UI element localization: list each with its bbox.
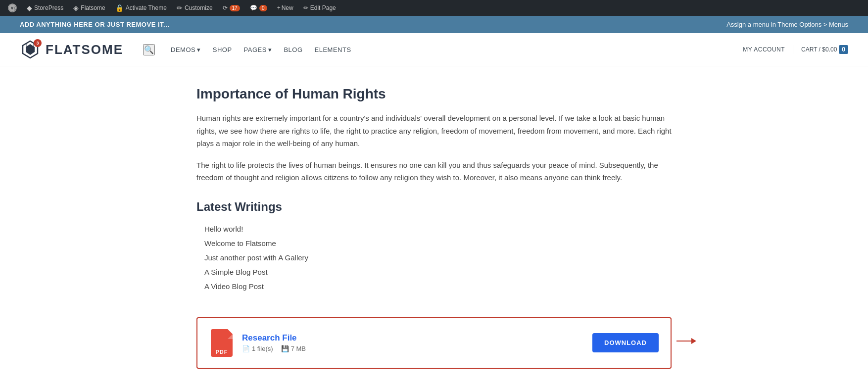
flatsome-icon: ◈ [73, 4, 79, 12]
size-icon: 💾 [281, 345, 289, 352]
lock-icon: 🔒 [115, 4, 124, 12]
edit-page-link[interactable]: ✏ Edit Page [299, 0, 340, 16]
logo-badge: 3 [34, 39, 42, 47]
nav-demos[interactable]: DEMOS ▾ [171, 46, 201, 53]
logo-text: FLATSOME [46, 42, 123, 57]
pdf-icon: PDF [209, 328, 234, 358]
file-count: 📄 1 file(s) [242, 345, 273, 352]
comments-link[interactable]: 💬 0 [246, 0, 271, 16]
notice-text-left: ADD ANYTHING HERE OR JUST REMOVE IT... [20, 21, 169, 28]
nav-elements[interactable]: ELEMENTS [315, 46, 351, 53]
file-details: Research File 📄 1 file(s) 💾 7 MB [242, 333, 306, 352]
activate-theme-link[interactable]: 🔒 Activate Theme [111, 0, 171, 16]
cart-button[interactable]: CART / $0.00 0 [793, 45, 848, 54]
main-content: Importance of Human Rights Human rights … [187, 66, 681, 391]
pdf-label-text: PDF [216, 349, 228, 355]
arrow-line [676, 341, 691, 342]
chevron-down-icon: ▾ [268, 46, 272, 53]
notice-bar: ADD ANYTHING HERE OR JUST REMOVE IT... A… [0, 16, 868, 33]
page-title: Importance of Human Rights [196, 86, 672, 102]
customize-link[interactable]: ✏ Customize [173, 0, 217, 16]
pdf-icon-bg: PDF [211, 329, 233, 357]
list-item[interactable]: Hello world! [196, 222, 672, 236]
updates-link[interactable]: ⟳ 17 [219, 0, 244, 16]
my-account-link[interactable]: MY ACCOUNT [743, 46, 785, 53]
download-file-info: PDF Research File 📄 1 file(s) 💾 7 MB [209, 328, 306, 358]
file-name: Research File [242, 333, 306, 343]
download-button[interactable]: DOWNLOAD [592, 333, 659, 352]
writings-section-title: Latest Writings [196, 200, 672, 214]
list-item[interactable]: Just another post with A Gallery [196, 250, 672, 265]
file-size: 💾 7 MB [281, 345, 306, 352]
comment-icon: 💬 [250, 4, 257, 11]
search-button[interactable]: 🔍 [143, 44, 155, 55]
nav-pages[interactable]: PAGES ▾ [244, 46, 272, 53]
files-icon: 📄 [242, 345, 250, 352]
download-box: PDF Research File 📄 1 file(s) 💾 7 MB [196, 317, 672, 369]
notice-text-right: Assign a menu in Theme Options > Menus [726, 21, 848, 28]
list-item[interactable]: A Video Blog Post [196, 279, 672, 293]
site-logo[interactable]: 3 FLATSOME [20, 39, 123, 60]
new-content-link[interactable]: + New [273, 0, 297, 16]
body-paragraph-2: The right to life protects the lives of … [196, 159, 672, 184]
flatsome-link[interactable]: ◈ Flatsome [69, 0, 109, 16]
edit-icon: ✏ [303, 4, 308, 11]
site-header: 3 FLATSOME 🔍 DEMOS ▾ SHOP PAGES ▾ BLOG E… [0, 33, 868, 66]
nav-blog[interactable]: BLOG [284, 46, 302, 53]
body-paragraph-1: Human rights are extremely important for… [196, 112, 672, 150]
wp-icon-link[interactable] [4, 0, 21, 16]
svg-marker-2 [26, 44, 35, 55]
nav-shop[interactable]: SHOP [213, 46, 232, 53]
logo-icon: 3 [20, 39, 41, 60]
admin-bar: ◆ StorePress ◈ Flatsome 🔒 Activate Theme… [0, 0, 868, 16]
storepress-link[interactable]: ◆ StorePress [23, 0, 67, 16]
chevron-down-icon: ▾ [197, 46, 201, 53]
storepress-icon: ◆ [27, 4, 32, 12]
arrow-indicator [676, 338, 696, 344]
list-item[interactable]: A Simple Blog Post [196, 265, 672, 279]
post-list: Hello world! Welcome to Flatsome Just an… [196, 222, 672, 293]
plus-icon: + [277, 4, 281, 11]
main-nav: 🔍 DEMOS ▾ SHOP PAGES ▾ BLOG ELEMENTS [143, 44, 743, 55]
list-item[interactable]: Welcome to Flatsome [196, 236, 672, 250]
updates-icon: ⟳ [223, 4, 228, 11]
arrow-head [691, 338, 696, 344]
header-right: MY ACCOUNT CART / $0.00 0 [743, 45, 848, 54]
file-meta: 📄 1 file(s) 💾 7 MB [242, 345, 306, 352]
pencil-icon: ✏ [177, 4, 183, 12]
